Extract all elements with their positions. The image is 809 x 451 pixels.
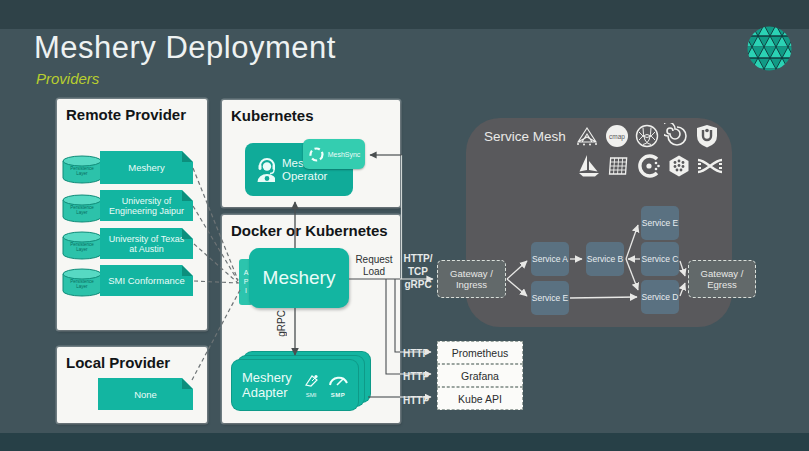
rope-cross-icon <box>696 153 724 179</box>
service-node-e-top: Service E <box>641 206 679 240</box>
kube-api-label: Kube API <box>458 393 502 405</box>
service-node-a: Service A <box>531 242 569 276</box>
persistence-cylinder: Persistence Layer <box>62 155 102 185</box>
smp-gauge-icon <box>327 373 349 388</box>
woven-cube-icon <box>606 153 632 179</box>
istio-sailboat-icon <box>576 153 602 179</box>
sync-ring-icon <box>308 146 325 163</box>
docker-kubernetes-title: Docker or Kubernetes <box>222 215 400 239</box>
meshery-box: Meshery <box>249 248 349 308</box>
remote-provider-title: Remote Provider <box>57 99 207 123</box>
persistence-cylinder: Persistence Layer <box>62 194 102 224</box>
http-label-kubeapi: HTTP <box>400 394 432 407</box>
operator-headset-icon <box>252 155 275 185</box>
http-label-prometheus: HTTP <box>400 347 432 360</box>
top-band <box>0 0 809 29</box>
service-mesh-title: Service Mesh <box>484 129 566 144</box>
mesh-logos-row1: cmap <box>574 123 720 149</box>
local-provider-title: Local Provider <box>57 347 207 371</box>
svg-text:cmap: cmap <box>609 133 625 141</box>
smi-label: SMI <box>302 392 320 398</box>
smi-kite-icon <box>302 373 320 388</box>
mesh-net-icon <box>574 123 600 149</box>
adapter-badges: SMI SMP <box>302 373 349 398</box>
provider-item-smi: SMI Conformance <box>100 265 193 296</box>
smp-badge: SMP <box>327 373 349 398</box>
mesh-logos-row2 <box>576 153 724 179</box>
persistence-cylinder: Persistence Layer <box>62 268 102 298</box>
slide-background: Meshery Deployment Providers Remote Prov… <box>0 0 809 451</box>
provider-item-label: University of Engineering Jaipur <box>100 196 193 216</box>
service-node-d: Service D <box>641 280 679 314</box>
kubernetes-title: Kubernetes <box>222 100 400 124</box>
meshery-adapter-box: Meshery Adapter SMI SMP <box>232 360 358 410</box>
consul-ring-icon <box>636 153 662 179</box>
meshsync-label: MeshSync <box>328 151 361 158</box>
gateway-ingress-label: Gateway / Ingress <box>438 268 505 290</box>
local-none-box: None <box>98 378 193 410</box>
cylinder-label: Persistence Layer <box>65 166 99 176</box>
meshery-logo-icon <box>746 25 793 76</box>
gateway-egress-label: Gateway / Egress <box>689 268 755 290</box>
grafana-label: Grafana <box>461 370 499 382</box>
grpc-label: gRPC <box>272 310 292 352</box>
provider-item-texas: University of Texas at Austin <box>100 228 193 259</box>
meshsync-box: MeshSync <box>303 139 365 169</box>
local-none-label: None <box>130 389 161 400</box>
cylinder-label: Persistence Layer <box>65 279 99 289</box>
prometheus-box: Prometheus <box>437 341 523 364</box>
prometheus-label: Prometheus <box>452 347 509 359</box>
provider-item-label: University of Texas at Austin <box>100 234 193 254</box>
provider-item-label: Meshery <box>124 162 168 173</box>
shield-icon <box>694 123 720 149</box>
provider-item-meshery: Meshery <box>100 151 193 184</box>
page-title: Meshery Deployment <box>34 30 336 66</box>
meshery-box-label: Meshery <box>263 267 336 289</box>
provider-item-label: SMI Conformance <box>104 275 189 286</box>
gateway-ingress-box: Gateway / Ingress <box>437 260 506 298</box>
provider-item-jaipur: University of Engineering Jaipur <box>100 190 193 221</box>
cylinder-label: Persistence Layer <box>65 242 99 252</box>
cylinder-label: Persistence Layer <box>65 205 99 215</box>
nautilus-shell-icon <box>664 123 690 149</box>
service-node-e-bottom: Service E <box>531 281 569 315</box>
kube-api-box: Kube API <box>437 387 523 410</box>
cmap-badge-icon: cmap <box>604 123 630 149</box>
gateway-egress-box: Gateway / Egress <box>688 260 756 298</box>
http-label-grafana: HTTP <box>400 370 432 383</box>
protocol-label: HTTP/ TCP gRPC <box>400 252 436 291</box>
request-load-label: Request Load <box>352 254 396 278</box>
grafana-box: Grafana <box>437 364 523 387</box>
page-subtitle: Providers <box>36 70 99 87</box>
persistence-cylinder: Persistence Layer <box>62 231 102 261</box>
knot-ring-icon <box>634 123 660 149</box>
hex-cluster-icon <box>666 153 692 179</box>
service-node-c: Service C <box>641 242 679 276</box>
smi-badge: SMI <box>302 373 320 398</box>
service-node-b: Service B <box>586 242 624 276</box>
smp-label: SMP <box>327 392 349 398</box>
bottom-band <box>0 433 809 451</box>
adapter-label: Meshery Adapter <box>242 370 300 400</box>
